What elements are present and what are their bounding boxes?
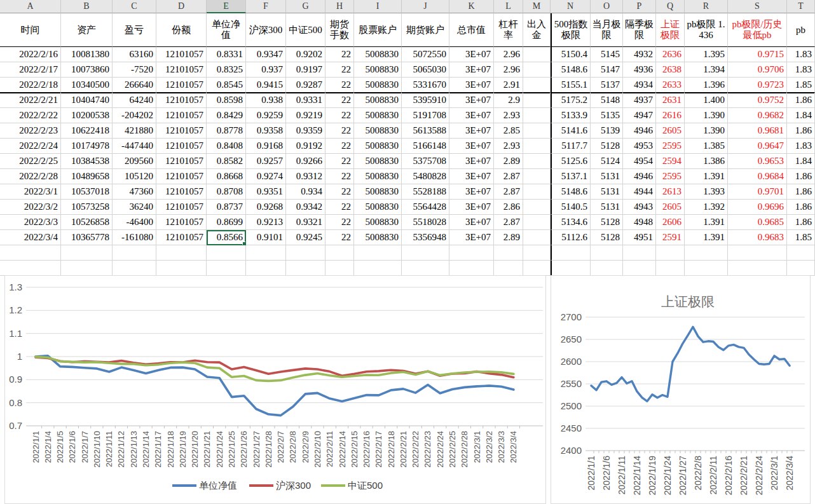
table-cell-S8[interactable]: 0.9647	[728, 139, 787, 154]
table-cell-B9[interactable]: 10384538	[61, 154, 113, 169]
table-cell-D3[interactable]: 12101057	[156, 62, 207, 78]
table-cell-D13[interactable]: 12101057	[156, 215, 207, 230]
table-cell-B5[interactable]: 10404740	[61, 93, 113, 108]
empty-cell[interactable]	[61, 245, 113, 261]
table-cell-Q4[interactable]: 2633	[656, 78, 685, 93]
table-cell-L9[interactable]: 2.89	[494, 154, 523, 169]
table-cell-S5[interactable]: 0.9752	[728, 93, 787, 108]
table-cell-N6[interactable]: 5133.9	[551, 108, 591, 123]
empty-cell[interactable]	[623, 245, 656, 261]
table-cell-Q5[interactable]: 2631	[656, 93, 685, 108]
table-cell-T9[interactable]: 1.84	[787, 154, 815, 169]
table-cell-A8[interactable]: 2022/2/24	[0, 139, 61, 154]
table-cell-A9[interactable]: 2022/2/25	[0, 154, 61, 169]
table-cell-T3[interactable]: 1.83	[787, 62, 815, 78]
table-cell-S9[interactable]: 0.9653	[728, 154, 787, 169]
table-cell-P3[interactable]: 4936	[623, 62, 656, 78]
table-cell-I14[interactable]: 5008830	[354, 230, 402, 245]
column-header-I[interactable]: I	[354, 0, 402, 13]
table-cell-M10[interactable]	[523, 169, 551, 184]
shangzheng-limit-chart[interactable]: 上证极限27002650260025502500245024002022/1/1…	[551, 275, 811, 504]
table-cell-J7[interactable]: 5613588	[402, 123, 449, 139]
empty-cell[interactable]	[286, 261, 325, 276]
table-cell-F8[interactable]: 0.9168	[246, 139, 286, 154]
table-cell-H4[interactable]: 22	[325, 78, 354, 93]
table-cell-O5[interactable]: 5148	[591, 93, 623, 108]
table-cell-L6[interactable]: 2.93	[494, 108, 523, 123]
table-cell-E7[interactable]: 0.8778	[207, 123, 246, 139]
table-cell-T10[interactable]: 1.86	[787, 169, 815, 184]
table-cell-S12[interactable]: 0.9696	[728, 200, 787, 215]
table-cell-J14[interactable]: 5356948	[402, 230, 449, 245]
table-cell-C8[interactable]: -447440	[113, 139, 156, 154]
table-cell-M6[interactable]	[523, 108, 551, 123]
table-cell-M14[interactable]	[523, 230, 551, 245]
table-cell-P8[interactable]: 4953	[623, 139, 656, 154]
empty-cell[interactable]	[354, 245, 402, 261]
table-cell-A14[interactable]: 2022/3/4	[0, 230, 61, 245]
column-header-M[interactable]: M	[523, 0, 551, 13]
table-cell-Q6[interactable]: 2616	[656, 108, 685, 123]
empty-cell[interactable]	[0, 245, 61, 261]
table-cell-D11[interactable]: 12101057	[156, 184, 207, 200]
column-header-P[interactable]: P	[623, 0, 656, 13]
table-cell-E11[interactable]: 0.8708	[207, 184, 246, 200]
empty-cell[interactable]	[656, 245, 685, 261]
field-header-K[interactable]: 总市值	[449, 13, 494, 47]
table-cell-I5[interactable]: 5008830	[354, 93, 402, 108]
table-cell-O2[interactable]: 5145	[591, 47, 623, 62]
table-cell-D6[interactable]: 12101057	[156, 108, 207, 123]
table-cell-Q10[interactable]: 2595	[656, 169, 685, 184]
field-header-D[interactable]: 份额	[156, 13, 207, 47]
table-cell-K11[interactable]: 3E+07	[449, 184, 494, 200]
table-cell-S3[interactable]: 0.9706	[728, 62, 787, 78]
table-cell-J10[interactable]: 5480828	[402, 169, 449, 184]
table-cell-P11[interactable]: 4944	[623, 184, 656, 200]
table-cell-A5[interactable]: 2022/2/21	[0, 93, 61, 108]
table-cell-D10[interactable]: 12101057	[156, 169, 207, 184]
table-cell-P10[interactable]: 4946	[623, 169, 656, 184]
table-cell-O12[interactable]: 5131	[591, 200, 623, 215]
table-cell-R11[interactable]: 1.393	[685, 184, 728, 200]
table-cell-N10[interactable]: 5137.1	[551, 169, 591, 184]
table-cell-F5[interactable]: 0.938	[246, 93, 286, 108]
table-cell-L7[interactable]: 2.85	[494, 123, 523, 139]
empty-cell[interactable]	[207, 261, 246, 276]
field-header-I[interactable]: 股票账户	[354, 13, 402, 47]
table-cell-M9[interactable]	[523, 154, 551, 169]
table-cell-H6[interactable]: 22	[325, 108, 354, 123]
field-header-S[interactable]: pb极限/历史最低pb	[728, 13, 787, 47]
table-cell-R4[interactable]: 1.396	[685, 78, 728, 93]
table-cell-P7[interactable]: 4946	[623, 123, 656, 139]
field-header-E[interactable]: 单位净值	[207, 13, 246, 47]
table-cell-E13[interactable]: 0.8699	[207, 215, 246, 230]
table-cell-R7[interactable]: 1.390	[685, 123, 728, 139]
table-cell-P13[interactable]: 4948	[623, 215, 656, 230]
table-cell-K13[interactable]: 3E+07	[449, 215, 494, 230]
table-cell-L8[interactable]: 2.93	[494, 139, 523, 154]
empty-cell[interactable]	[494, 245, 523, 261]
table-cell-B2[interactable]: 10081380	[61, 47, 113, 62]
empty-cell[interactable]	[113, 245, 156, 261]
empty-cell[interactable]	[551, 261, 591, 276]
field-header-F[interactable]: 沪深300	[246, 13, 286, 47]
table-cell-L4[interactable]: 2.91	[494, 78, 523, 93]
table-cell-I11[interactable]: 5008830	[354, 184, 402, 200]
table-cell-R9[interactable]: 1.386	[685, 154, 728, 169]
table-cell-C7[interactable]: 421880	[113, 123, 156, 139]
field-header-J[interactable]: 期货账户	[402, 13, 449, 47]
table-cell-H7[interactable]: 22	[325, 123, 354, 139]
table-cell-K10[interactable]: 3E+07	[449, 169, 494, 184]
table-cell-M8[interactable]	[523, 139, 551, 154]
nav-comparison-chart[interactable]: 1.31.21.110.90.80.72022/1/12022/1/42022/…	[4, 275, 546, 504]
table-cell-G5[interactable]: 0.9331	[286, 93, 325, 108]
table-cell-O7[interactable]: 5139	[591, 123, 623, 139]
table-cell-M7[interactable]	[523, 123, 551, 139]
table-cell-F13[interactable]: 0.9213	[246, 215, 286, 230]
table-cell-D4[interactable]: 12101057	[156, 78, 207, 93]
empty-cell[interactable]	[113, 261, 156, 276]
table-cell-K8[interactable]: 3E+07	[449, 139, 494, 154]
table-cell-I12[interactable]: 5008830	[354, 200, 402, 215]
table-cell-T7[interactable]: 1.86	[787, 123, 815, 139]
table-cell-R8[interactable]: 1.385	[685, 139, 728, 154]
